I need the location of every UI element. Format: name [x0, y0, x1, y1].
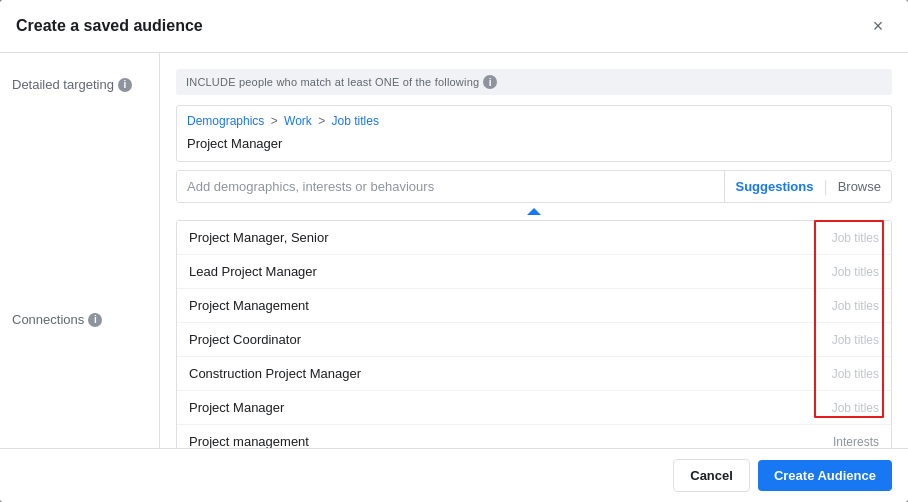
item-category: Job titles — [832, 299, 879, 313]
create-audience-button[interactable]: Create Audience — [758, 460, 892, 491]
right-panel: INCLUDE people who match at least ONE of… — [160, 53, 908, 448]
list-item[interactable]: Project Manager Job titles — [177, 391, 891, 425]
close-button[interactable]: × — [864, 12, 892, 40]
item-name: Lead Project Manager — [189, 264, 317, 279]
connections-label: Connections — [12, 312, 84, 327]
item-category: Interests — [833, 435, 879, 449]
breadcrumb: Demographics > Work > Job titles — [187, 114, 881, 128]
left-panel: Detailed targeting i Connections i — [0, 53, 160, 448]
include-banner-text: INCLUDE people who match at least ONE of… — [186, 76, 479, 88]
search-row: Suggestions | Browse — [176, 170, 892, 203]
list-item[interactable]: Project Coordinator Job titles — [177, 323, 891, 357]
detailed-targeting-info-icon[interactable]: i — [118, 78, 132, 92]
dropdown-container: Project Manager, Senior Job titles Lead … — [176, 220, 892, 448]
connections-info-icon[interactable]: i — [88, 313, 102, 327]
item-name: Project Management — [189, 298, 309, 313]
breadcrumb-demographics[interactable]: Demographics — [187, 114, 264, 128]
list-item[interactable]: Project Manager, Senior Job titles — [177, 221, 891, 255]
item-category: Job titles — [832, 265, 879, 279]
include-info-icon[interactable]: i — [483, 75, 497, 89]
modal-body: Detailed targeting i Connections i INCLU… — [0, 53, 908, 448]
dropdown-wrapper: Project Manager, Senior Job titles Lead … — [176, 220, 892, 448]
item-category: Job titles — [832, 367, 879, 381]
selected-item: Project Manager — [187, 134, 881, 153]
detailed-targeting-label: Detailed targeting — [12, 77, 114, 92]
item-category: Job titles — [832, 401, 879, 415]
tab-group: Suggestions | Browse — [724, 171, 891, 202]
list-item[interactable]: Project Management Job titles — [177, 289, 891, 323]
modal-title: Create a saved audience — [16, 17, 203, 35]
cancel-button[interactable]: Cancel — [673, 459, 750, 492]
item-category: Job titles — [832, 333, 879, 347]
list-item[interactable]: Lead Project Manager Job titles — [177, 255, 891, 289]
modal: Create a saved audience × Detailed targe… — [0, 0, 908, 502]
item-name: Project management — [189, 434, 309, 448]
item-name: Construction Project Manager — [189, 366, 361, 381]
tab-suggestions[interactable]: Suggestions — [725, 171, 823, 202]
suggestions-arrow-container — [176, 203, 892, 218]
breadcrumb-job-titles[interactable]: Job titles — [332, 114, 379, 128]
item-name: Project Manager, Senior — [189, 230, 328, 245]
detailed-targeting-section: Detailed targeting i — [0, 69, 159, 100]
suggestions-arrow-icon — [527, 208, 541, 215]
list-item[interactable]: Construction Project Manager Job titles — [177, 357, 891, 391]
item-category: Job titles — [832, 231, 879, 245]
modal-footer: Cancel Create Audience — [0, 448, 908, 502]
search-input[interactable] — [177, 171, 724, 202]
include-banner: INCLUDE people who match at least ONE of… — [176, 69, 892, 95]
list-item[interactable]: Project management Interests — [177, 425, 891, 448]
item-name: Project Coordinator — [189, 332, 301, 347]
tab-browse[interactable]: Browse — [828, 171, 891, 202]
item-name: Project Manager — [189, 400, 284, 415]
dropdown-scroll[interactable]: Project Manager, Senior Job titles Lead … — [177, 221, 891, 448]
breadcrumb-sep1: > — [271, 114, 278, 128]
breadcrumb-sep2: > — [318, 114, 325, 128]
modal-overlay: Create a saved audience × Detailed targe… — [0, 0, 908, 502]
breadcrumb-box: Demographics > Work > Job titles Project… — [176, 105, 892, 162]
connections-section: Connections i — [0, 300, 159, 339]
close-icon: × — [873, 16, 884, 37]
modal-header: Create a saved audience × — [0, 0, 908, 53]
breadcrumb-work[interactable]: Work — [284, 114, 312, 128]
